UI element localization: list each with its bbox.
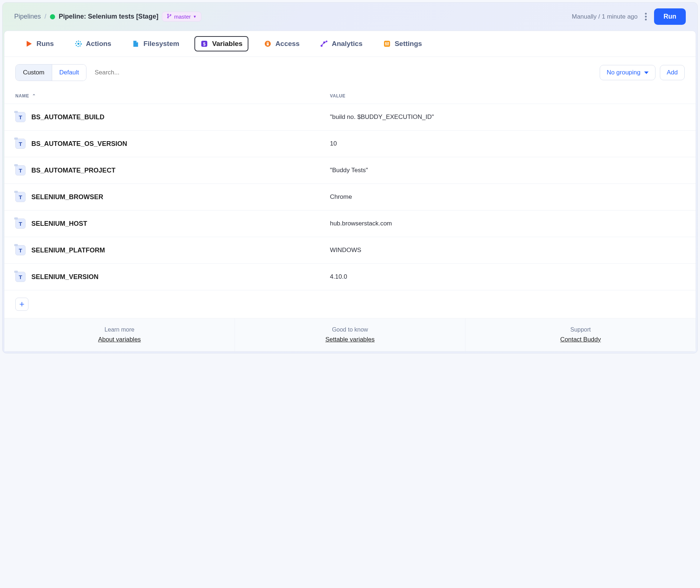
footer-title: Good to know	[241, 326, 459, 333]
more-menu-button[interactable]	[643, 11, 649, 23]
table-row[interactable]: T BS_AUTOMATE_PROJECT "Buddy Tests"	[4, 157, 696, 184]
text-type-icon: T	[15, 245, 26, 255]
run-button[interactable]: Run	[654, 8, 686, 25]
variable-value: 4.10.0	[330, 273, 685, 281]
tab-label: Settings	[395, 40, 422, 48]
tab-analytics[interactable]: Analytics	[315, 36, 367, 51]
variable-value: "Buddy Tests"	[330, 167, 685, 174]
variable-name: SELENIUM_PLATFORM	[31, 247, 105, 254]
text-type-icon: T	[15, 139, 26, 149]
tab-label: Access	[275, 40, 300, 48]
tab-settings[interactable]: Settings	[378, 36, 427, 51]
col-name-header[interactable]: NAME ⌃	[15, 93, 330, 98]
breadcrumb-root[interactable]: Pipelines	[14, 13, 41, 20]
svg-point-4	[77, 43, 80, 45]
caret-down-icon: ▼	[193, 15, 197, 19]
grouping-label: No grouping	[607, 69, 641, 76]
access-icon	[264, 40, 272, 48]
variable-value: 10	[330, 140, 685, 147]
tab-runs[interactable]: Runs	[20, 36, 59, 51]
page-container: Pipelines / Pipeline: Selenium tests [St…	[2, 2, 698, 353]
variable-value: hub.browserstack.com	[330, 220, 685, 227]
tab-variables[interactable]: $ Variables	[194, 36, 248, 51]
tab-bar: Runs Actions Filesystem $ Variables Acce…	[4, 31, 696, 57]
variable-name: BS_AUTOMATE_OS_VERSION	[31, 140, 127, 148]
table-row[interactable]: T BS_AUTOMATE_BUILD "build no. $BUDDY_EX…	[4, 104, 696, 131]
svg-point-0	[167, 14, 169, 15]
footer-support: Support Contact Buddy	[465, 318, 696, 351]
svg-point-13	[385, 43, 386, 44]
footer: Learn more About variables Good to know …	[4, 318, 696, 351]
footer-title: Learn more	[10, 326, 229, 333]
table-row[interactable]: T SELENIUM_PLATFORM WINDOWS	[4, 237, 696, 264]
table-row[interactable]: T BS_AUTOMATE_OS_VERSION 10	[4, 131, 696, 157]
svg-point-14	[386, 44, 387, 45]
branch-label: master	[174, 13, 191, 20]
text-type-icon: T	[15, 218, 26, 229]
plus-icon	[19, 301, 25, 307]
variable-value: Chrome	[330, 193, 685, 201]
scope-default[interactable]: Default	[52, 65, 86, 81]
file-icon	[132, 40, 140, 48]
tab-label: Filesystem	[143, 40, 179, 48]
scope-segmented: Custom Default	[15, 64, 86, 81]
variables-table: NAME ⌃ VALUE T BS_AUTOMATE_BUILD "build …	[4, 88, 696, 318]
main-panel: Runs Actions Filesystem $ Variables Acce…	[4, 31, 696, 352]
variable-name: BS_AUTOMATE_PROJECT	[31, 167, 115, 174]
footer-learn-more: Learn more About variables	[4, 318, 235, 351]
status-dot-success-icon	[50, 14, 55, 19]
branch-selector[interactable]: master ▼	[162, 12, 201, 22]
col-name-label: NAME	[15, 93, 29, 98]
table-header: NAME ⌃ VALUE	[4, 88, 696, 104]
text-type-icon: T	[15, 165, 26, 175]
svg-text:$: $	[203, 42, 206, 47]
sort-asc-icon: ⌃	[32, 93, 36, 98]
table-row[interactable]: T SELENIUM_HOST hub.browserstack.com	[4, 210, 696, 237]
grouping-select[interactable]: No grouping	[600, 65, 655, 80]
tab-label: Runs	[36, 40, 54, 48]
footer-title: Support	[471, 326, 690, 333]
gear-icon	[74, 40, 82, 48]
variable-name: SELENIUM_BROWSER	[31, 193, 103, 201]
table-row[interactable]: T SELENIUM_BROWSER Chrome	[4, 184, 696, 210]
variable-name: BS_AUTOMATE_BUILD	[31, 113, 104, 121]
header-bar: Pipelines / Pipeline: Selenium tests [St…	[3, 3, 697, 31]
tab-label: Actions	[86, 40, 112, 48]
trigger-meta: Manually / 1 minute ago	[572, 13, 638, 20]
search-input[interactable]	[92, 65, 186, 80]
analytics-icon	[320, 40, 328, 48]
add-row	[4, 290, 696, 318]
footer-link-about[interactable]: About variables	[98, 336, 141, 343]
caret-down-icon	[644, 71, 649, 74]
add-button[interactable]: Add	[660, 65, 685, 80]
variable-name: SELENIUM_HOST	[31, 220, 87, 228]
svg-point-15	[388, 42, 389, 43]
variable-value: "build no. $BUDDY_EXECUTION_ID"	[330, 113, 685, 121]
svg-rect-8	[267, 43, 269, 46]
add-variable-button[interactable]	[15, 298, 28, 311]
text-type-icon: T	[15, 112, 26, 122]
controls-bar: Custom Default No grouping Add	[4, 57, 696, 88]
sliders-icon	[383, 40, 391, 48]
tab-filesystem[interactable]: Filesystem	[127, 36, 184, 51]
svg-point-1	[167, 17, 169, 18]
tab-access[interactable]: Access	[259, 36, 305, 51]
footer-good-to-know: Good to know Settable variables	[235, 318, 465, 351]
text-type-icon: T	[15, 192, 26, 202]
col-value-header[interactable]: VALUE	[330, 93, 685, 98]
scope-custom[interactable]: Custom	[16, 65, 52, 81]
footer-link-settable[interactable]: Settable variables	[325, 336, 375, 343]
tab-label: Analytics	[332, 40, 362, 48]
text-type-icon: T	[15, 272, 26, 282]
variable-name: SELENIUM_VERSION	[31, 273, 98, 281]
footer-link-contact[interactable]: Contact Buddy	[560, 336, 601, 343]
page-title: Pipeline: Selenium tests [Stage]	[59, 13, 158, 20]
breadcrumb-separator: /	[45, 13, 46, 20]
play-icon	[25, 40, 33, 48]
variable-value: WINDOWS	[330, 247, 685, 254]
tab-label: Variables	[212, 40, 242, 48]
variables-icon: $	[200, 40, 208, 48]
tab-actions[interactable]: Actions	[69, 36, 117, 51]
header-right: Manually / 1 minute ago Run	[572, 8, 686, 25]
table-row[interactable]: T SELENIUM_VERSION 4.10.0	[4, 264, 696, 290]
